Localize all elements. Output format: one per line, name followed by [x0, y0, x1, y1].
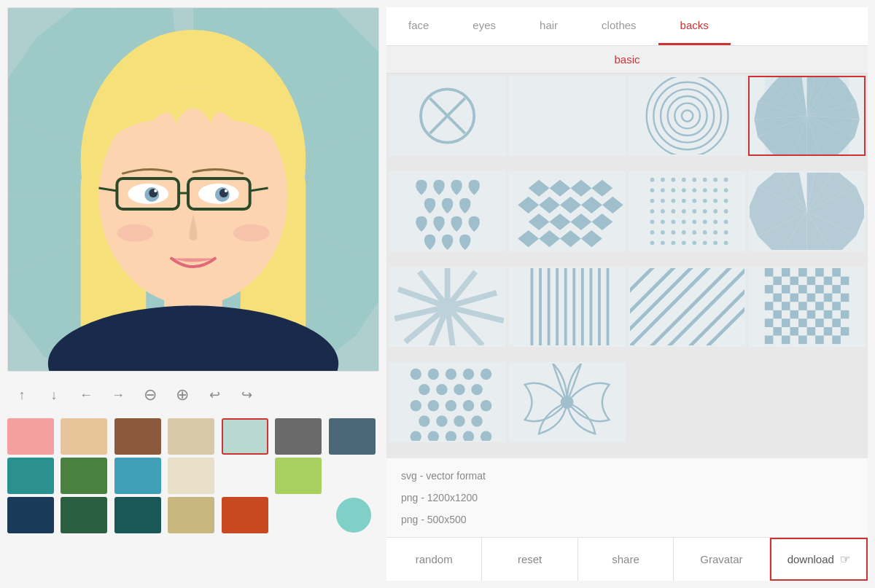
svg-rect-227	[832, 318, 841, 327]
zoom-in-button[interactable]: ⊕	[168, 380, 197, 409]
svg-rect-44	[525, 77, 610, 154]
color-swatch-15[interactable]	[168, 497, 214, 533]
color-swatch-12[interactable]	[7, 497, 54, 533]
svg-point-144	[713, 240, 718, 245]
svg-point-131	[661, 230, 665, 235]
svg-point-95	[702, 178, 707, 182]
svg-point-256	[471, 415, 482, 426]
color-swatch-7[interactable]	[7, 458, 54, 494]
download-button[interactable]: download ☞	[770, 538, 868, 581]
random-button[interactable]: random	[386, 538, 482, 581]
pattern-cell-13[interactable]	[508, 362, 626, 442]
move-up-button[interactable]: ↑	[7, 380, 36, 409]
svg-point-113	[723, 199, 728, 203]
color-swatch-11[interactable]	[275, 458, 322, 494]
svg-point-98	[650, 188, 654, 192]
svg-point-110	[692, 199, 696, 203]
color-swatch-5[interactable]	[275, 418, 322, 455]
color-swatch-9[interactable]	[114, 458, 161, 494]
svg-point-133	[681, 230, 685, 235]
reset-button[interactable]: reset	[482, 538, 578, 581]
svg-rect-237	[832, 336, 841, 345]
color-swatch-14[interactable]	[114, 497, 161, 533]
cursor-icon: ☞	[840, 553, 850, 565]
svg-point-246	[454, 384, 464, 395]
pattern-cell-7[interactable]	[748, 171, 866, 251]
pattern-cell-1[interactable]	[508, 76, 626, 156]
move-down-button[interactable]: ↓	[39, 380, 69, 409]
tab-clothes[interactable]: clothes	[580, 7, 658, 45]
color-swatch-4[interactable]	[222, 418, 268, 455]
svg-point-94	[692, 178, 696, 182]
color-swatch-2[interactable]	[114, 418, 161, 455]
svg-rect-195	[798, 268, 807, 277]
tab-eyes[interactable]: eyes	[451, 7, 518, 45]
svg-point-129	[723, 220, 728, 224]
format-svg[interactable]: svg - vector format	[386, 466, 868, 486]
gravatar-button[interactable]: Gravatar	[674, 538, 769, 581]
color-swatch-3[interactable]	[168, 418, 214, 455]
pattern-cell-4[interactable]	[389, 171, 506, 251]
share-button[interactable]: share	[578, 538, 674, 581]
svg-rect-215	[798, 302, 807, 310]
svg-rect-216	[815, 302, 824, 310]
svg-point-101	[681, 188, 685, 192]
format-png-small[interactable]: png - 500x500	[386, 509, 868, 530]
bottom-bar: random reset share Gravatar download ☞	[386, 537, 868, 581]
svg-point-255	[454, 415, 464, 426]
svg-point-96	[713, 178, 718, 182]
color-swatch-circle[interactable]	[336, 498, 371, 533]
tab-backs[interactable]: backs	[658, 7, 731, 45]
svg-point-135	[702, 230, 707, 235]
pattern-cell-12[interactable]	[389, 362, 506, 442]
svg-rect-232	[841, 327, 849, 336]
right-panel: face eyes hair clothes backs basic	[386, 7, 868, 581]
color-swatch-6[interactable]	[329, 418, 376, 455]
pattern-cell-10[interactable]	[629, 267, 746, 347]
pattern-cell-11[interactable]	[748, 267, 866, 347]
redo-button[interactable]: ↪	[232, 380, 261, 409]
pattern-cell-8[interactable]	[389, 267, 506, 347]
svg-rect-219	[790, 310, 798, 319]
color-swatch-8[interactable]	[61, 458, 107, 494]
svg-point-114	[650, 209, 654, 213]
svg-point-39	[233, 224, 270, 242]
pattern-cell-0[interactable]	[389, 76, 506, 156]
pattern-cell-3[interactable]	[748, 76, 866, 156]
pattern-cell-6[interactable]	[629, 171, 746, 251]
color-swatch-10[interactable]	[168, 458, 214, 494]
pattern-cell-2[interactable]	[629, 76, 746, 156]
svg-point-140	[671, 240, 675, 245]
svg-point-253	[419, 415, 429, 426]
svg-point-143	[702, 240, 707, 245]
color-swatch-0[interactable]	[7, 418, 54, 455]
controls-row: ↑ ↓ ← → ⊖ ⊕ ↩ ↪	[7, 377, 379, 412]
svg-rect-201	[824, 277, 833, 286]
format-png-large[interactable]: png - 1200x1200	[386, 487, 868, 508]
tab-hair[interactable]: hair	[518, 7, 580, 45]
zoom-out-button[interactable]: ⊖	[136, 380, 165, 409]
pattern-cell-9[interactable]	[508, 267, 626, 347]
move-right-button[interactable]: →	[104, 380, 133, 409]
svg-point-138	[650, 240, 654, 245]
color-swatch-1[interactable]	[61, 418, 107, 455]
main-container: ↑ ↓ ← → ⊖ ⊕ ↩ ↪	[0, 0, 875, 588]
svg-point-106	[650, 199, 654, 203]
color-swatch-16[interactable]	[222, 497, 268, 533]
svg-rect-194	[782, 268, 790, 277]
svg-point-109	[681, 199, 685, 203]
svg-point-245	[436, 384, 447, 395]
tab-face[interactable]: face	[386, 7, 451, 45]
svg-point-249	[428, 400, 439, 411]
svg-point-115	[661, 209, 665, 213]
undo-button[interactable]: ↩	[200, 380, 229, 409]
pattern-cell-5[interactable]	[508, 171, 626, 251]
svg-rect-213	[765, 302, 774, 310]
color-swatch-13[interactable]	[61, 497, 107, 533]
svg-point-125	[681, 220, 685, 224]
move-left-button[interactable]: ←	[71, 380, 101, 409]
svg-point-263	[561, 396, 572, 407]
svg-point-124	[671, 220, 675, 224]
svg-point-251	[463, 400, 474, 411]
svg-point-102	[692, 188, 696, 192]
